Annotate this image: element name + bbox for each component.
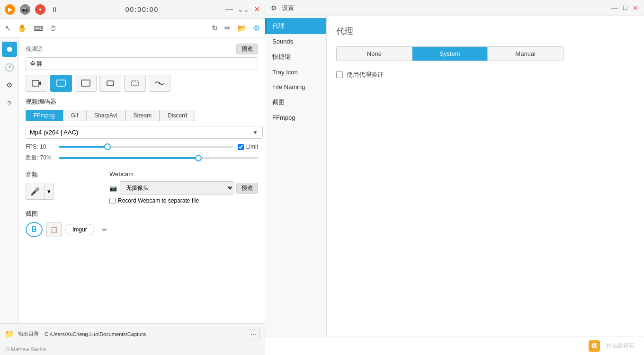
screenshot-label: 截图 bbox=[26, 210, 258, 218]
webcam-row: 📷 无摄像头 USB Camera ▼ 预览 bbox=[109, 181, 258, 195]
clipboard-icon: 📋 bbox=[50, 226, 58, 233]
settings-sidebar: 代理 Sounds 快捷键 Tray Icon File Naming 截图 F… bbox=[265, 16, 327, 336]
clipboard-btn[interactable]: 📋 bbox=[46, 222, 62, 237]
cursor-tool[interactable]: ↖ bbox=[5, 24, 11, 33]
close-btn-left[interactable]: ✕ bbox=[254, 5, 260, 14]
refresh-btn[interactable]: ↻ bbox=[212, 24, 218, 33]
settings-titlebar-icon: ⚙ bbox=[271, 4, 277, 12]
upload-row: B 📋 Imgur ✏ bbox=[26, 222, 258, 237]
settings-minimize-btn[interactable]: — bbox=[612, 5, 617, 11]
nav-ffmpeg[interactable]: FFmpog bbox=[265, 110, 326, 125]
sidebar-item-help[interactable]: ? bbox=[2, 96, 17, 111]
watermark: 值 · 什么值得买 bbox=[589, 340, 635, 352]
watermark-logo: 值 bbox=[589, 340, 600, 352]
settings-titlebar: ⚙ 设置 — ☐ ✕ bbox=[265, 0, 644, 16]
help-icon: ? bbox=[7, 99, 11, 107]
webcam-preview-btn[interactable]: 预览 bbox=[236, 183, 258, 194]
nav-proxy[interactable]: 代理 bbox=[265, 18, 326, 34]
source-monitor[interactable] bbox=[75, 75, 97, 92]
screenshot-section: 截图 B 📋 Imgur ✏ bbox=[26, 210, 258, 237]
quality-slider[interactable] bbox=[59, 157, 258, 159]
history-icon: 🕐 bbox=[5, 63, 14, 72]
watermark-bar: 值 · 什么值得买 bbox=[265, 336, 644, 355]
video-source-section: 视频源 预览 bbox=[26, 44, 258, 54]
audio-label: 音频 bbox=[26, 170, 100, 179]
record-separate-checkbox[interactable] bbox=[109, 198, 116, 204]
source-window[interactable] bbox=[99, 75, 121, 92]
proxy-tab-system[interactable]: System bbox=[412, 47, 488, 61]
tab-sharpavi[interactable]: SharpAvi bbox=[86, 110, 125, 121]
b-icon: B bbox=[31, 225, 37, 234]
record-separate-label[interactable]: Record Webcam to separate file bbox=[109, 197, 258, 204]
settings-maximize-btn[interactable]: ☐ bbox=[622, 5, 628, 11]
hand-tool[interactable]: ✋ bbox=[18, 24, 27, 33]
fps-slider[interactable] bbox=[59, 146, 233, 148]
format-select[interactable]: Mp4 (x264 | AAC) Mp4 (x265 | AAC) Avi Gi… bbox=[26, 126, 263, 139]
fps-row: FPS: 10 Limit bbox=[26, 143, 258, 150]
edit-btn[interactable]: ✏ bbox=[98, 223, 111, 236]
upload-b-btn[interactable]: B bbox=[26, 222, 43, 237]
toolbar: ↖ ✋ ⌨ ⏱ ↻ ✏ 📂 ⚙ bbox=[0, 19, 265, 38]
webcam-label: Webcam bbox=[109, 170, 258, 178]
format-select-row: Mp4 (x264 | AAC) Mp4 (x265 | AAC) Avi Gi… bbox=[26, 126, 258, 139]
timer-tool[interactable]: ⏱ bbox=[50, 25, 56, 32]
nav-sounds[interactable]: Sounds bbox=[265, 34, 326, 49]
camera-icon[interactable]: 📷 bbox=[20, 4, 30, 15]
app-icon: ▶ bbox=[5, 4, 15, 15]
svg-point-8 bbox=[159, 82, 161, 84]
nav-hotkeys[interactable]: 快捷键 bbox=[265, 49, 326, 65]
tab-ffmpeg[interactable]: FFmpog bbox=[26, 110, 63, 121]
webcam-section: Webcam 📷 无摄像头 USB Camera ▼ 预览 Record Web… bbox=[109, 170, 258, 204]
limit-checkbox[interactable] bbox=[238, 144, 244, 150]
tab-stream[interactable]: Stream bbox=[125, 110, 160, 121]
quality-row: 质量: 70% bbox=[26, 154, 258, 162]
settings-close-btn[interactable]: ✕ bbox=[633, 5, 638, 11]
output-dir-label: 输出目录 bbox=[18, 330, 39, 337]
nav-tray[interactable]: Tray Icon bbox=[265, 65, 326, 80]
edit-icon: ✏ bbox=[102, 226, 107, 233]
svg-rect-6 bbox=[107, 81, 114, 86]
webcam-select[interactable]: 无摄像头 USB Camera bbox=[120, 181, 234, 195]
video-source-label: 视频源 bbox=[26, 45, 43, 53]
sidebar-item-settings[interactable]: ⚙ bbox=[2, 78, 17, 93]
record-btn[interactable]: ● bbox=[35, 4, 45, 15]
limit-checkbox-label[interactable]: Limit bbox=[238, 143, 258, 150]
nav-naming[interactable]: File Naming bbox=[265, 80, 326, 94]
output-folder-icon[interactable]: 📁 bbox=[5, 329, 14, 338]
audio-dropdown-btn[interactable]: ▾ bbox=[45, 183, 54, 200]
proxy-tab-none[interactable]: None bbox=[337, 47, 412, 61]
main-content: ⏺ 🕐 ⚙ ? 视频源 预览 bbox=[0, 38, 265, 323]
source-screen[interactable] bbox=[50, 75, 72, 92]
folder-btn[interactable]: 📂 bbox=[237, 24, 247, 33]
svg-rect-5 bbox=[81, 80, 90, 86]
sidebar-item-record[interactable]: ⏺ bbox=[2, 42, 17, 57]
roll-btn[interactable]: ⌄⌄ bbox=[238, 6, 249, 13]
source-camera[interactable] bbox=[26, 75, 47, 92]
nav-screenshot[interactable]: 截图 bbox=[265, 94, 326, 110]
source-stream[interactable] bbox=[149, 75, 170, 92]
minimize-btn[interactable]: — bbox=[225, 5, 233, 14]
auth-checkbox[interactable] bbox=[336, 71, 343, 78]
pause-btn[interactable]: ⏸ bbox=[50, 5, 59, 14]
more-btn[interactable]: ··· bbox=[247, 329, 260, 339]
copyright-bar: © Mathew Sachin bbox=[0, 344, 265, 355]
content-area: 视频源 预览 bbox=[19, 38, 265, 323]
record-icon: ⏺ bbox=[6, 45, 13, 53]
tab-gif[interactable]: Gif bbox=[63, 110, 86, 121]
audio-mic-btn[interactable]: 🎤 bbox=[26, 183, 45, 200]
imgur-label: Imgur bbox=[72, 226, 87, 233]
settings-gear-icon[interactable]: ⚙ bbox=[253, 24, 260, 33]
imgur-btn[interactable]: Imgur bbox=[65, 224, 94, 235]
keyboard-tool[interactable]: ⌨ bbox=[34, 25, 43, 32]
video-source-input[interactable] bbox=[26, 57, 258, 70]
source-region[interactable] bbox=[124, 75, 146, 92]
sidebar-item-history[interactable]: 🕐 bbox=[2, 60, 17, 75]
limit-label: Limit bbox=[246, 143, 258, 150]
settings-icon: ⚙ bbox=[6, 81, 12, 89]
quality-label: 质量: 70% bbox=[26, 154, 54, 162]
tab-discard[interactable]: Discard bbox=[160, 110, 195, 121]
proxy-tab-manual[interactable]: Manual bbox=[488, 47, 563, 61]
proxy-tabs: None System Manual bbox=[336, 46, 564, 61]
pen-tool[interactable]: ✏ bbox=[224, 24, 231, 33]
preview-btn[interactable]: 预览 bbox=[236, 44, 258, 54]
